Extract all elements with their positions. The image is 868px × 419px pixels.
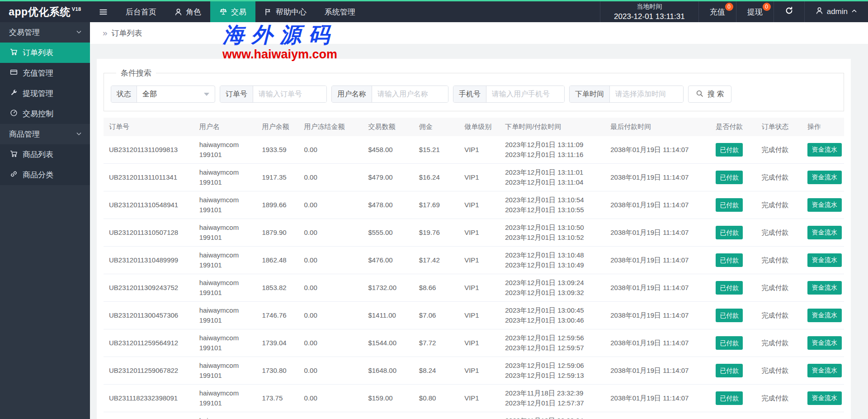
breadcrumb: » 订单列表 <box>90 22 868 44</box>
table-row: UB2312011259067822 haiwaymcom 199101 173… <box>104 357 844 385</box>
cell-balance: 1853.82 <box>260 274 302 302</box>
cell-last-pay-time: 2038年01月19日 11:14:07 <box>609 274 714 302</box>
paid-badge: 已付款 <box>716 171 743 184</box>
table-row: UB2312011310489999 haiwaymcom 199101 186… <box>104 247 844 274</box>
cell-frozen: 0.00 <box>302 219 367 247</box>
sidebar-group-trade[interactable]: 交易管理 <box>0 22 90 43</box>
withdraw-button[interactable]: 提现 0 <box>736 1 774 22</box>
cell-commission: $19.76 <box>417 219 462 247</box>
sidebar-item-order-list[interactable]: 订单列表 <box>0 43 90 63</box>
cell-frozen: 0.00 <box>302 247 367 274</box>
sidebar-item-goods-category[interactable]: 商品分类 <box>0 165 90 185</box>
cell-status: 完成付款 <box>760 219 806 247</box>
search-button[interactable]: 搜 索 <box>688 86 731 103</box>
sidebar-item-recharge-manage[interactable]: 充值管理 <box>0 63 90 83</box>
username-text: haiwaymcom <box>199 167 259 177</box>
fund-flow-button[interactable]: 资金流水 <box>807 391 842 405</box>
fund-flow-button[interactable]: 资金流水 <box>807 171 842 184</box>
col-header-balance: 用户余额 <box>260 118 302 136</box>
cell-balance: 1879.90 <box>260 219 302 247</box>
col-header-frozen: 用户冻结金额 <box>302 118 367 136</box>
cell-status: 完成付款 <box>760 385 806 412</box>
recharge-button[interactable]: 充值 0 <box>698 1 736 22</box>
cell-username: haiwaymcom 199101 <box>198 412 260 419</box>
cell-last-pay-time: 2038年01月19日 11:14:07 <box>609 329 714 357</box>
fund-flow-button[interactable]: 资金流水 <box>807 364 842 377</box>
fund-flow-button[interactable]: 资金流水 <box>807 143 842 157</box>
status-filter: 状态 全部 <box>111 86 215 103</box>
cell-paid: 已付款 <box>714 247 760 274</box>
fund-flow-button[interactable]: 资金流水 <box>807 198 842 212</box>
orders-table: 订单号 用户名 用户余额 用户冻结金额 交易数额 佣金 做单级别 下单时间/付款… <box>104 118 844 419</box>
pay-time-text: 2023年12月01日 12:59:57 <box>505 343 607 353</box>
nav-item-role[interactable]: 角色 <box>165 1 210 22</box>
table-row: UB2312011311011341 haiwaymcom 199101 191… <box>104 164 844 191</box>
cell-commission: $16.24 <box>417 164 462 191</box>
paid-badge: 已付款 <box>716 364 743 377</box>
fund-flow-button[interactable]: 资金流水 <box>807 253 842 267</box>
admin-menu-button[interactable]: admin <box>804 1 868 22</box>
username-text: haiwaymcom <box>199 305 259 315</box>
cell-amount: $159.00 <box>366 385 417 412</box>
nav-item-trade[interactable]: 交易 <box>210 1 255 22</box>
refresh-button[interactable] <box>774 1 804 22</box>
order-time-text: 2023年12月01日 12:59:06 <box>505 361 607 371</box>
order-time-filter: 下单时间 <box>569 86 684 103</box>
nav-item-system[interactable]: 系统管理 <box>316 1 364 22</box>
cell-commission: $17.69 <box>417 191 462 219</box>
magnifier-icon <box>696 90 703 99</box>
username-input[interactable] <box>372 86 448 102</box>
sidebar-item-withdraw-manage[interactable]: 提现管理 <box>0 83 90 104</box>
sidebar-item-goods-list[interactable]: 商品列表 <box>0 144 90 165</box>
cell-last-pay-time: 2038年01月19日 11:14:07 <box>609 191 714 219</box>
search-button-label: 搜 索 <box>708 90 724 99</box>
order-time-label: 下单时间 <box>570 86 610 102</box>
cell-action: 资金流水 <box>806 191 844 219</box>
phone-input[interactable] <box>486 86 564 102</box>
fund-flow-button[interactable]: 资金流水 <box>807 226 842 239</box>
cell-frozen: 0.00 <box>302 357 367 385</box>
cell-status: 完成付款 <box>760 191 806 219</box>
cell-level: VIP1 <box>462 302 503 329</box>
sidebar-group-goods[interactable]: 商品管理 <box>0 124 90 144</box>
order-no-label: 订单号 <box>220 86 253 102</box>
cell-action: 资金流水 <box>806 274 844 302</box>
nav-item-label: 交易 <box>231 7 246 17</box>
cell-level: VIP1 <box>462 191 503 219</box>
order-time-text: 2023年12月01日 13:09:24 <box>505 278 607 288</box>
cell-username: haiwaymcom 199101 <box>198 164 260 191</box>
filter-row: 状态 全部 订单号 用户名称 手机 <box>111 86 837 103</box>
menu-toggle-button[interactable] <box>90 1 117 22</box>
fund-flow-button[interactable]: 资金流水 <box>807 336 842 350</box>
username-text: haiwaymcom <box>199 140 259 150</box>
sidebar-item-trade-control[interactable]: 交易控制 <box>0 104 90 124</box>
cell-action: 资金流水 <box>806 219 844 247</box>
cell-balance: 1746.76 <box>260 302 302 329</box>
sidebar-item-label: 商品列表 <box>23 149 53 160</box>
cell-order-no: UB2312011259067822 <box>104 357 198 385</box>
topbar: app优化系统 V18 后台首页 角色 交易 帮助中心 <box>0 1 868 22</box>
order-time-input[interactable] <box>610 86 683 102</box>
shopping-cart-icon <box>10 150 18 160</box>
cell-paid: 已付款 <box>714 357 760 385</box>
table-row: UB2312011309243752 haiwaymcom 199101 185… <box>104 274 844 302</box>
fund-flow-button[interactable]: 资金流水 <box>807 281 842 295</box>
col-header-status: 订单状态 <box>760 118 806 136</box>
double-angle-right-icon: » <box>103 28 108 38</box>
fund-flow-button[interactable]: 资金流水 <box>807 309 842 322</box>
nav-item-help[interactable]: 帮助中心 <box>255 1 316 22</box>
refresh-icon <box>785 6 793 17</box>
table-row: UB2312011311099813 haiwaymcom 199101 193… <box>104 136 844 164</box>
order-time-text: 2023年12月01日 13:11:09 <box>505 140 607 150</box>
cell-balance: 1917.35 <box>260 164 302 191</box>
cell-balance: 1899.66 <box>260 191 302 219</box>
paid-badge: 已付款 <box>716 281 743 295</box>
username-text: haiwaymcom <box>199 361 259 371</box>
status-select[interactable]: 全部 <box>137 86 215 102</box>
chevron-down-icon <box>76 130 82 139</box>
order-no-input[interactable] <box>253 86 326 102</box>
nav-item-dashboard[interactable]: 后台首页 <box>117 1 165 22</box>
cell-level: VIP1 <box>462 219 503 247</box>
pay-time-text: 2023年12月01日 13:00:46 <box>505 315 607 325</box>
paid-badge: 已付款 <box>716 336 743 350</box>
